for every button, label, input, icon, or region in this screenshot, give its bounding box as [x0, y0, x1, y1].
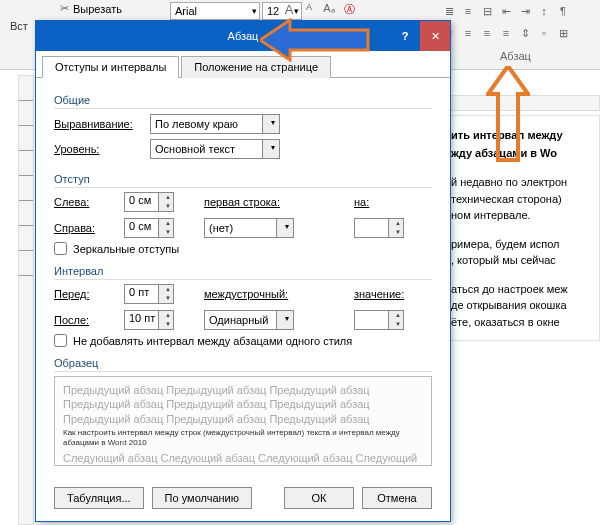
mirror-indents-checkbox[interactable]: Зеркальные отступы — [54, 242, 432, 255]
borders-icon[interactable]: ⊞ — [554, 24, 572, 42]
doc-text: , который мы сейчас — [451, 254, 556, 266]
shrink-font-icon[interactable]: A — [300, 2, 318, 17]
default-button[interactable]: По умолчанию — [152, 487, 252, 509]
font-family-combo[interactable]: Arial — [170, 2, 260, 20]
align-right-icon[interactable]: ≡ — [478, 24, 496, 42]
no-space-input[interactable] — [54, 334, 67, 347]
list-buttons: ≣ ≡ ⊟ ⇤ ⇥ ↕ ¶ — [440, 2, 572, 20]
tabs-button[interactable]: Табуляция... — [54, 487, 144, 509]
shading-icon[interactable]: ▫ — [535, 24, 553, 42]
align-center-icon[interactable]: ≡ — [459, 24, 477, 42]
dialog-button-row: Табуляция... По умолчанию ОК Отмена — [54, 487, 432, 509]
paragraph-dialog: Абзац ? ✕ Отступы и интервалы Положение … — [35, 20, 451, 522]
close-icon: ✕ — [431, 30, 440, 43]
section-spacing: Интервал — [54, 265, 432, 280]
outline-level-label: Уровень: — [54, 143, 144, 155]
font-buttons: A A Aₐ Ⓐ — [280, 2, 358, 17]
bullets-icon[interactable]: ≣ — [440, 2, 458, 20]
line-spacing-select[interactable]: Одинарный — [204, 310, 294, 330]
tab-page-position[interactable]: Положение на странице — [181, 56, 331, 78]
preview-box: Предыдущий абзац Предыдущий абзац Предыд… — [54, 376, 432, 466]
doc-text: римера, будем испол — [451, 238, 560, 250]
ok-button[interactable]: ОК — [284, 487, 354, 509]
dialog-body: Общие Выравнивание: По левому краю Урове… — [36, 78, 450, 476]
indent-right-spinner[interactable]: 0 см▲▼ — [124, 218, 174, 238]
help-button[interactable]: ? — [390, 21, 420, 51]
dialog-title: Абзац — [228, 30, 259, 42]
app-background: Вст ✂ Вырезать Arial 12 A A Aₐ Ⓐ ≣ ≡ ⊟ ⇤… — [0, 0, 600, 525]
first-line-label: первая строка: — [204, 196, 344, 208]
close-button[interactable]: ✕ — [420, 21, 450, 51]
no-space-same-style-checkbox[interactable]: Не добавлять интервал между абзацами одн… — [54, 334, 432, 347]
spacing-at-spinner[interactable]: ▲▼ — [354, 310, 404, 330]
preview-next: Следующий абзац Следующий абзац Следующи… — [63, 451, 423, 466]
preview-current: Как настроить интервал между строк (межд… — [63, 428, 423, 449]
doc-text: де открывания окошка — [451, 299, 567, 311]
doc-text: ном интервале. — [451, 209, 531, 221]
line-spacing-icon[interactable]: ⇕ — [516, 24, 534, 42]
tab-indents-spacing[interactable]: Отступы и интервалы — [42, 56, 179, 78]
no-space-label: Не добавлять интервал между абзацами одн… — [73, 335, 352, 347]
document-area[interactable]: ить интервал между жду абзацами в Wo й н… — [440, 115, 600, 341]
mirror-indents-label: Зеркальные отступы — [73, 243, 179, 255]
space-before-label: Перед: — [54, 288, 114, 300]
alignment-label: Выравнивание: — [54, 118, 144, 130]
justify-icon[interactable]: ≡ — [497, 24, 515, 42]
indent-by-label: на: — [354, 196, 454, 208]
space-after-label: После: — [54, 314, 114, 326]
section-general: Общие — [54, 94, 432, 109]
space-before-spinner[interactable]: 0 пт▲▼ — [124, 284, 174, 304]
align-buttons: ≡ ≡ ≡ ≡ ⇕ ▫ ⊞ — [440, 24, 572, 42]
mirror-indents-input[interactable] — [54, 242, 67, 255]
section-indent: Отступ — [54, 173, 432, 188]
increase-indent-icon[interactable]: ⇥ — [516, 2, 534, 20]
sort-icon[interactable]: ↕ — [535, 2, 553, 20]
doc-text: ёте, оказаться в окне — [451, 316, 560, 328]
grow-font-icon[interactable]: A — [280, 2, 298, 17]
doc-heading2: жду абзацами в Wo — [451, 147, 557, 159]
paragraph-group-label[interactable]: Абзац — [500, 50, 531, 62]
space-after-spinner[interactable]: 10 пт▲▼ — [124, 310, 174, 330]
cut-button[interactable]: ✂ Вырезать — [60, 2, 122, 15]
first-line-select[interactable]: (нет) — [204, 218, 294, 238]
indent-left-label: Слева: — [54, 196, 114, 208]
horizontal-ruler[interactable] — [440, 95, 600, 111]
alignment-select[interactable]: По левому краю — [150, 114, 280, 134]
cut-label: Вырезать — [73, 3, 122, 15]
doc-text: й недавно по электрон — [451, 176, 567, 188]
dialog-titlebar[interactable]: Абзац ? ✕ — [36, 21, 450, 51]
decrease-indent-icon[interactable]: ⇤ — [497, 2, 515, 20]
indent-by-spinner[interactable]: ▲▼ — [354, 218, 404, 238]
vertical-ruler[interactable] — [18, 75, 34, 525]
spacing-at-label: значение: — [354, 288, 454, 300]
numbering-icon[interactable]: ≡ — [459, 2, 477, 20]
change-case-icon[interactable]: Aₐ — [320, 2, 338, 17]
dialog-tabs: Отступы и интервалы Положение на страниц… — [36, 51, 450, 78]
section-preview: Образец — [54, 357, 432, 372]
multilevel-icon[interactable]: ⊟ — [478, 2, 496, 20]
paste-button[interactable]: Вст — [10, 20, 28, 32]
line-spacing-label: междустрочный: — [204, 288, 344, 300]
clear-format-icon[interactable]: Ⓐ — [340, 2, 358, 17]
pilcrow-icon[interactable]: ¶ — [554, 2, 572, 20]
indent-left-spinner[interactable]: 0 см▲▼ — [124, 192, 174, 212]
scissors-icon: ✂ — [60, 2, 69, 15]
indent-right-label: Справа: — [54, 222, 114, 234]
preview-prev: Предыдущий абзац Предыдущий абзац Предыд… — [63, 383, 423, 426]
doc-text: аться до настроек меж — [451, 283, 568, 295]
doc-text: техническая сторона) — [451, 193, 562, 205]
outline-level-select[interactable]: Основной текст — [150, 139, 280, 159]
cancel-button[interactable]: Отмена — [362, 487, 432, 509]
doc-heading: ить интервал между — [451, 129, 563, 141]
